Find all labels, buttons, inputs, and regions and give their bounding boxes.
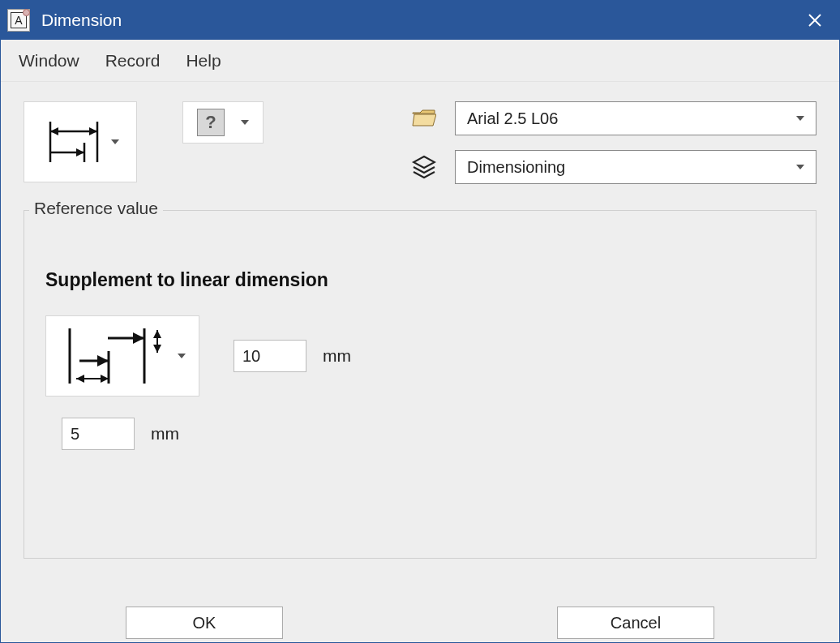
close-button[interactable]: [797, 1, 833, 40]
svg-marker-10: [414, 156, 435, 168]
baseline-dimension-icon: [59, 324, 173, 388]
svg-marker-6: [89, 127, 97, 135]
title-bar: A Dimension: [1, 1, 839, 40]
content-area: ? Arial 2.5 L06: [1, 82, 839, 642]
offset-1-unit: mm: [323, 346, 351, 366]
toolbar-row: ? Arial 2.5 L06: [24, 101, 816, 184]
ok-button[interactable]: OK: [126, 607, 283, 639]
svg-marker-8: [76, 148, 84, 156]
offset-1-input[interactable]: [234, 340, 306, 372]
close-icon: [808, 13, 822, 28]
menu-bar: Window Record Help: [1, 40, 839, 82]
chevron-down-icon: [178, 354, 186, 358]
font-style-combobox[interactable]: Arial 2.5 L06: [455, 101, 816, 135]
offset-2-input[interactable]: [62, 418, 135, 450]
svg-marker-18: [153, 345, 161, 353]
help-dropdown[interactable]: ?: [182, 101, 264, 144]
fieldset-legend: Reference value: [29, 199, 163, 218]
svg-marker-15: [133, 332, 144, 344]
question-icon: ?: [197, 109, 225, 136]
app-icon: A: [7, 9, 30, 32]
window-title: Dimension: [41, 11, 122, 30]
font-style-value: Arial 2.5 L06: [467, 109, 558, 128]
layer-value: Dimensioning: [467, 158, 565, 177]
chevron-down-icon: [796, 165, 804, 169]
dialog-buttons: OK Cancel: [1, 607, 839, 639]
reference-value-fieldset: Reference value Supplement to linear dim…: [24, 210, 816, 559]
chevron-down-icon: [796, 116, 804, 121]
dimension-type-dropdown[interactable]: [45, 315, 199, 397]
menu-record[interactable]: Record: [105, 51, 161, 71]
svg-marker-20: [97, 355, 109, 367]
dimension-mode-dropdown[interactable]: [24, 101, 137, 182]
linear-dimension-icon: [41, 114, 106, 170]
layer-combobox[interactable]: Dimensioning: [455, 150, 816, 184]
chevron-down-icon: [241, 120, 249, 125]
menu-window[interactable]: Window: [19, 51, 79, 71]
folder-icon: [411, 109, 437, 127]
cancel-button[interactable]: Cancel: [557, 607, 714, 639]
svg-marker-22: [76, 375, 84, 383]
svg-marker-5: [50, 127, 58, 135]
svg-marker-17: [153, 330, 161, 338]
menu-help[interactable]: Help: [186, 51, 221, 71]
offset-2-unit: mm: [151, 424, 179, 444]
layers-icon: [411, 155, 437, 179]
chevron-down-icon: [111, 139, 119, 144]
section-heading: Supplement to linear dimension: [45, 269, 795, 291]
